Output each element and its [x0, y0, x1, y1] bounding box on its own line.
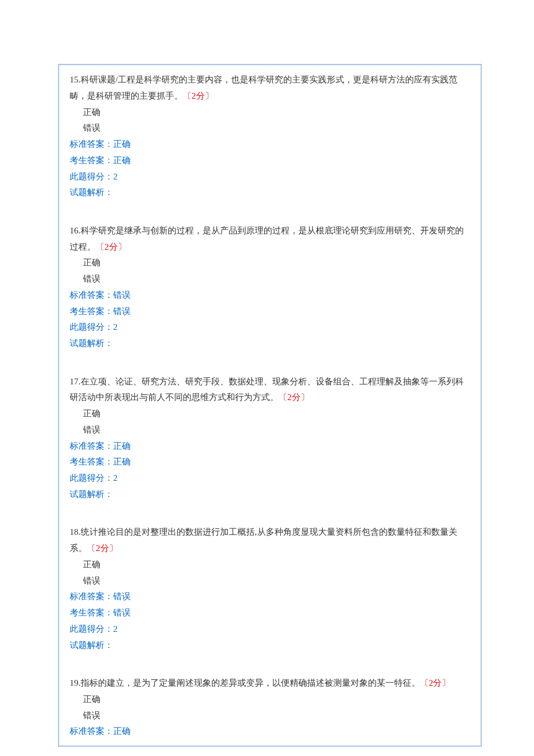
question-score: 此题得分：2	[70, 169, 470, 185]
analysis-label: 试题解析：	[70, 640, 113, 650]
question-analysis: 试题解析：	[70, 185, 470, 201]
page: 15.科研课题/工程是科学研究的主要内容，也是科学研究的主要实践形式，更是科研方…	[0, 64, 534, 756]
standard-answer-value: 错误	[113, 290, 131, 300]
standard-answer: 标准答案：正确	[70, 723, 470, 740]
option-correct: 正确	[70, 406, 470, 422]
candidate-answer-value: 正确	[113, 156, 131, 165]
option-correct: 正确	[70, 557, 470, 573]
question-points: 〔2分〕	[279, 393, 309, 402]
question-stem: 18.统计推论目的是对整理出的数据进行加工概括,从多种角度显现大量资料所包含的数…	[70, 524, 470, 557]
question-points: 〔2分〕	[96, 242, 127, 251]
question-analysis: 试题解析：	[70, 336, 470, 352]
candidate-answer: 考生答案：错误	[70, 304, 470, 320]
blank-line	[70, 653, 470, 669]
question-points: 〔2分〕	[183, 91, 214, 100]
score-label: 此题得分：	[70, 473, 113, 483]
standard-answer-label: 标准答案：	[70, 441, 113, 451]
question-17: 17.在立项、论证、研究方法、研究手段、数据处理、现象分析、设备组合、工程理解及…	[70, 374, 470, 519]
candidate-answer-label: 考生答案：	[70, 608, 113, 617]
analysis-label: 试题解析：	[70, 339, 113, 348]
option-wrong: 错误	[70, 271, 470, 287]
standard-answer-value: 错误	[113, 592, 131, 601]
question-stem: 15.科研课题/工程是科学研究的主要内容，也是科学研究的主要实践形式，更是科研方…	[70, 72, 470, 105]
analysis-label: 试题解析：	[70, 489, 113, 499]
option-wrong: 错误	[70, 422, 470, 438]
question-points: 〔2分〕	[87, 543, 118, 553]
standard-answer: 标准答案：错误	[70, 287, 470, 304]
option-correct: 正确	[70, 105, 470, 121]
question-text: 15.科研课题/工程是科学研究的主要内容，也是科学研究的主要实践形式，更是科研方…	[70, 75, 457, 100]
question-score: 此题得分：2	[70, 621, 470, 638]
score-value: 2	[113, 473, 118, 483]
standard-answer-value: 正确	[113, 441, 131, 451]
question-text: 19.指标的建立，是为了定量阐述现象的差异或变异，以便精确描述被测量对象的某一特…	[70, 678, 420, 687]
standard-answer-label: 标准答案：	[70, 726, 113, 736]
candidate-answer: 考生答案：正确	[70, 454, 470, 470]
score-value: 2	[113, 172, 118, 181]
standard-answer: 标准答案：正确	[70, 136, 470, 153]
question-text: 16.科学研究是继承与创新的过程，是从产品到原理的过程，是从根底理论研究到应用研…	[70, 226, 464, 251]
question-16: 16.科学研究是继承与创新的过程，是从产品到原理的过程，是从根底理论研究到应用研…	[70, 223, 470, 368]
candidate-answer: 考生答案：错误	[70, 605, 470, 621]
option-wrong: 错误	[70, 120, 470, 136]
option-correct: 正确	[70, 255, 470, 271]
option-correct: 正确	[70, 692, 470, 708]
candidate-answer-value: 正确	[113, 457, 131, 466]
standard-answer-label: 标准答案：	[70, 592, 113, 601]
blank-line	[70, 503, 470, 519]
candidate-answer-label: 考生答案：	[70, 156, 113, 165]
score-label: 此题得分：	[70, 322, 113, 332]
question-text: 17.在立项、论证、研究方法、研究手段、数据处理、现象分析、设备组合、工程理解及…	[70, 377, 464, 402]
candidate-answer-label: 考生答案：	[70, 307, 113, 316]
score-value: 2	[113, 624, 118, 633]
question-stem: 17.在立项、论证、研究方法、研究手段、数据处理、现象分析、设备组合、工程理解及…	[70, 374, 470, 406]
option-wrong: 错误	[70, 708, 470, 724]
question-stem: 16.科学研究是继承与创新的过程，是从产品到原理的过程，是从根底理论研究到应用研…	[70, 223, 470, 255]
candidate-answer-label: 考生答案：	[70, 457, 113, 466]
question-15: 15.科研课题/工程是科学研究的主要内容，也是科学研究的主要实践形式，更是科研方…	[70, 72, 470, 217]
question-analysis: 试题解析：	[70, 487, 470, 503]
analysis-label: 试题解析：	[70, 188, 113, 197]
option-wrong: 错误	[70, 573, 470, 589]
question-19: 19.指标的建立，是为了定量阐述现象的差异或变异，以便精确描述被测量对象的某一特…	[70, 675, 470, 740]
blank-line	[70, 352, 470, 368]
blank-line	[70, 201, 470, 217]
question-text: 18.统计推论目的是对整理出的数据进行加工概括,从多种角度显现大量资料所包含的数…	[70, 527, 457, 553]
question-analysis: 试题解析：	[70, 638, 470, 654]
standard-answer-value: 正确	[113, 726, 131, 736]
candidate-answer-value: 错误	[113, 307, 131, 316]
standard-answer-label: 标准答案：	[70, 290, 113, 300]
question-18: 18.统计推论目的是对整理出的数据进行加工概括,从多种角度显现大量资料所包含的数…	[70, 524, 470, 669]
standard-answer-label: 标准答案：	[70, 139, 113, 149]
question-score: 此题得分：2	[70, 319, 470, 336]
question-points: 〔2分〕	[420, 678, 451, 687]
exam-content-box: 15.科研课题/工程是科学研究的主要内容，也是科学研究的主要实践形式，更是科研方…	[58, 64, 482, 747]
score-label: 此题得分：	[70, 624, 113, 633]
standard-answer: 标准答案：正确	[70, 438, 470, 455]
score-value: 2	[113, 322, 118, 332]
standard-answer-value: 正确	[113, 139, 131, 149]
candidate-answer: 考生答案：正确	[70, 153, 470, 169]
candidate-answer-value: 错误	[113, 608, 131, 617]
score-label: 此题得分：	[70, 172, 113, 181]
question-score: 此题得分：2	[70, 470, 470, 487]
standard-answer: 标准答案：错误	[70, 589, 470, 605]
question-stem: 19.指标的建立，是为了定量阐述现象的差异或变异，以便精确描述被测量对象的某一特…	[70, 675, 470, 692]
